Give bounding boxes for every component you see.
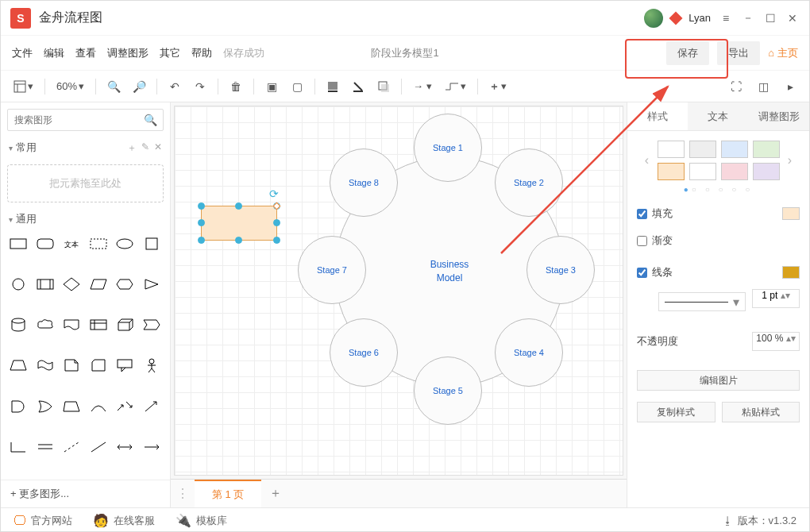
fill-color[interactable] xyxy=(782,207,800,220)
shape-hexagon[interactable] xyxy=(114,275,136,294)
stage-2[interactable]: Stage 2 xyxy=(495,148,563,217)
shape-rect[interactable] xyxy=(7,234,29,253)
shape-cloud[interactable] xyxy=(34,315,56,334)
menu-arrange[interactable]: 调整图形 xyxy=(107,46,148,60)
resize-handle[interactable] xyxy=(198,219,205,226)
swatch[interactable] xyxy=(721,141,748,158)
to-back-icon[interactable]: ▢ xyxy=(286,75,308,98)
connection-style-select[interactable]: → ▾ xyxy=(408,80,437,92)
canvas[interactable]: Business Model Stage 1 Stage 2 Stage 3 S… xyxy=(171,102,627,479)
shadow-icon[interactable] xyxy=(372,75,395,98)
templates-link[interactable]: 🔌模板库 xyxy=(176,513,227,528)
shape-triangle[interactable] xyxy=(141,275,163,294)
minimize-button[interactable]: － xyxy=(741,11,755,25)
shape-datastore[interactable] xyxy=(60,397,83,416)
shape-arrow[interactable] xyxy=(141,397,163,416)
shape-process[interactable] xyxy=(34,275,56,294)
swatch-next-icon[interactable]: › xyxy=(785,153,796,168)
stage-8[interactable]: Stage 8 xyxy=(330,148,398,217)
official-site-link[interactable]: 🖵官方网站 xyxy=(14,514,72,528)
line-color-icon[interactable] xyxy=(347,75,369,98)
swatch[interactable] xyxy=(689,163,716,180)
close-button[interactable]: ✕ xyxy=(785,11,800,25)
collapse-icon[interactable]: ▸ xyxy=(779,75,801,98)
redo-icon[interactable]: ↷ xyxy=(189,75,211,98)
resize-handle[interactable] xyxy=(273,219,280,226)
search-input[interactable] xyxy=(7,109,164,131)
resize-handle[interactable] xyxy=(273,237,280,244)
swatch[interactable] xyxy=(689,141,716,158)
search-icon[interactable]: 🔍 xyxy=(144,114,157,126)
shape-biarrow[interactable] xyxy=(114,397,136,416)
stage-3[interactable]: Stage 3 xyxy=(526,236,595,304)
shape-note[interactable] xyxy=(60,356,83,375)
swatch[interactable] xyxy=(658,141,685,158)
add-icon[interactable]: ＋ xyxy=(127,141,137,155)
line-style-select[interactable]: ▾ xyxy=(658,292,746,311)
line-checkbox[interactable] xyxy=(637,268,647,278)
shape-circle[interactable] xyxy=(7,275,29,294)
zoom-select[interactable]: 60% ▾ xyxy=(52,80,89,92)
tab-style[interactable]: 样式 xyxy=(627,102,688,130)
menu-other[interactable]: 其它 xyxy=(160,46,180,60)
tab-text[interactable]: 文本 xyxy=(688,102,748,130)
page-menu-icon[interactable]: ⋮ xyxy=(171,486,195,501)
opacity-input[interactable]: 100 % ▴▾ xyxy=(752,332,800,351)
shape-arrow2[interactable] xyxy=(141,438,163,457)
to-front-icon[interactable]: ▣ xyxy=(260,75,283,98)
home-button[interactable]: ⌂ 主页 xyxy=(768,46,798,60)
swatch[interactable] xyxy=(753,163,780,180)
shape-callout[interactable] xyxy=(114,356,136,375)
edit-image-button[interactable]: 编辑图片 xyxy=(637,370,800,391)
resize-handle[interactable] xyxy=(198,237,205,244)
shape-and[interactable] xyxy=(7,397,29,416)
shape-document[interactable] xyxy=(60,315,83,334)
insert-select[interactable]: ＋ ▾ xyxy=(484,79,511,94)
support-link[interactable]: 🧑在线客服 xyxy=(93,513,155,528)
zoom-out-icon[interactable]: 🔎 xyxy=(128,75,150,98)
resize-handle[interactable] xyxy=(198,202,205,210)
more-shapes[interactable]: + 更多图形... xyxy=(1,480,170,507)
menu-help[interactable]: 帮助 xyxy=(191,46,212,60)
version-link[interactable]: ⭳版本：v1.3.2 xyxy=(723,514,796,528)
shape-curve[interactable] xyxy=(87,397,110,416)
format-panel-icon[interactable]: ◫ xyxy=(752,75,774,98)
stage-6[interactable]: Stage 6 xyxy=(330,318,398,387)
shape-textbox[interactable] xyxy=(87,234,110,253)
shape-line[interactable] xyxy=(87,438,110,457)
copy-style-button[interactable]: 复制样式 xyxy=(637,402,716,422)
shape-ellipse[interactable] xyxy=(114,234,136,253)
tab-arrange[interactable]: 调整图形 xyxy=(749,102,809,130)
stage-5[interactable]: Stage 5 xyxy=(414,357,482,425)
paste-style-button[interactable]: 粘贴样式 xyxy=(722,402,800,422)
zoom-in-icon[interactable]: 🔍 xyxy=(102,75,125,98)
swatch-pager[interactable]: ●○ ○ ○ ○ ○ xyxy=(637,185,800,194)
shape-trapezoid[interactable] xyxy=(7,356,29,375)
swatch[interactable] xyxy=(658,163,685,180)
shape-or[interactable] xyxy=(34,397,56,416)
undo-icon[interactable]: ↶ xyxy=(164,75,186,98)
fullscreen-icon[interactable]: ⛶ xyxy=(725,75,747,98)
stage-4[interactable]: Stage 4 xyxy=(495,318,563,387)
shape-square[interactable] xyxy=(141,234,163,253)
save-button[interactable]: 保存 xyxy=(666,41,709,65)
edit-icon[interactable]: ✎ xyxy=(141,141,149,155)
line-width-input[interactable]: 1 pt ▴▾ xyxy=(752,289,800,308)
view-mode-select[interactable]: ▾ xyxy=(9,80,38,93)
menu-file[interactable]: 文件 xyxy=(12,46,33,60)
swatch-prev-icon[interactable]: ‹ xyxy=(642,153,653,168)
fill-color-icon[interactable] xyxy=(322,75,344,98)
menu-view[interactable]: 查看 xyxy=(75,46,96,60)
section-general[interactable]: ▾ 通用 xyxy=(1,209,170,229)
shape-step[interactable] xyxy=(141,315,163,334)
shape-rounded[interactable] xyxy=(34,234,56,253)
rotate-handle[interactable]: ⟳ xyxy=(269,187,280,199)
section-common[interactable]: ▾ 常用 ＋✎✕ xyxy=(1,137,170,158)
export-button[interactable]: 导出 xyxy=(717,41,760,65)
menu-edit[interactable]: 编辑 xyxy=(44,46,64,60)
gradient-checkbox[interactable] xyxy=(637,236,647,246)
shape-card[interactable] xyxy=(87,356,110,375)
resize-handle[interactable] xyxy=(235,237,242,244)
maximize-button[interactable]: ☐ xyxy=(763,11,777,25)
avatar[interactable] xyxy=(644,9,663,28)
